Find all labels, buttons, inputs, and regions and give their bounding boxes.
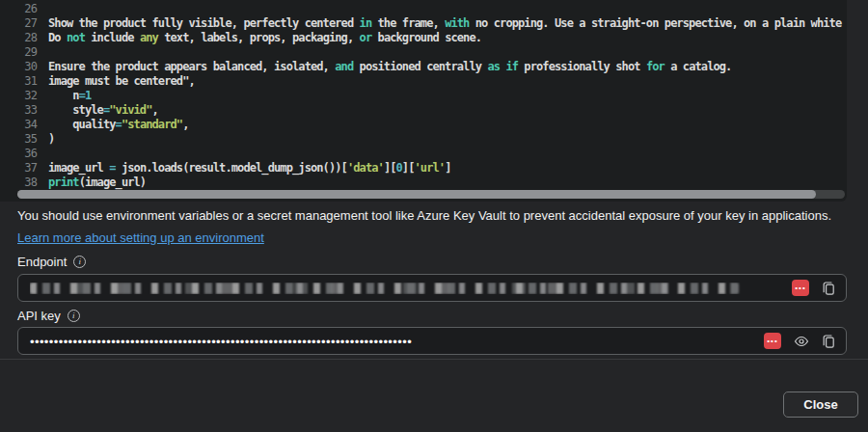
redaction-badge-icon[interactable] [764,333,781,349]
api-key-input[interactable]: ••••••••••••••••••••••••••••••••••••••••… [17,327,847,355]
footer-divider [0,359,868,360]
code-lines: 2627Show the product fully visible, perf… [0,2,847,190]
api-key-label-row: API key i [17,309,80,323]
scrollbar-thumb[interactable] [17,190,816,199]
endpoint-input[interactable] [17,274,847,302]
show-key-eye-icon[interactable] [794,335,809,348]
api-key-masked-value: ••••••••••••••••••••••••••••••••••••••••… [30,335,412,349]
endpoint-value-redacted [30,283,792,294]
info-icon[interactable]: i [73,256,86,268]
horizontal-scrollbar[interactable] [17,190,845,199]
copy-icon[interactable] [822,334,836,349]
environment-setup-link[interactable]: Learn more about setting up an environme… [17,230,264,245]
endpoint-label: Endpoint [17,255,67,269]
redaction-blur [30,283,739,294]
code-editor[interactable]: 2627Show the product fully visible, perf… [0,0,847,202]
redaction-badge-icon[interactable] [792,280,809,296]
api-key-label: API key [17,309,61,323]
security-warning-text: You should use environment variables or … [17,208,858,223]
endpoint-label-row: Endpoint i [17,255,86,269]
info-icon[interactable]: i [68,310,80,322]
close-button[interactable]: Close [783,392,858,418]
copy-icon[interactable] [822,281,836,296]
